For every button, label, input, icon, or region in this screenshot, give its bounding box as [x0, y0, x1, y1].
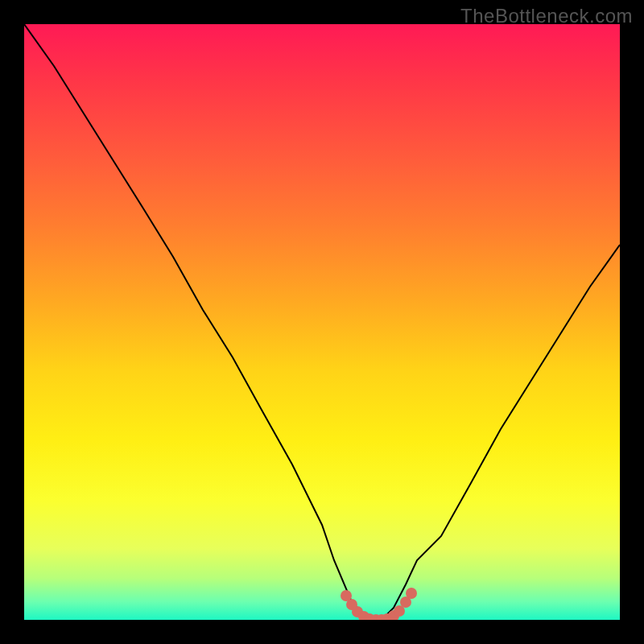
curve-layer [24, 24, 620, 620]
plot-area [24, 24, 620, 620]
watermark-text: TheBottleneck.com [460, 5, 633, 27]
chart-frame: TheBottleneck.com [0, 0, 644, 644]
bottom-highlight [341, 588, 417, 620]
svg-point-11 [406, 588, 417, 599]
bottleneck-curve [24, 24, 620, 620]
